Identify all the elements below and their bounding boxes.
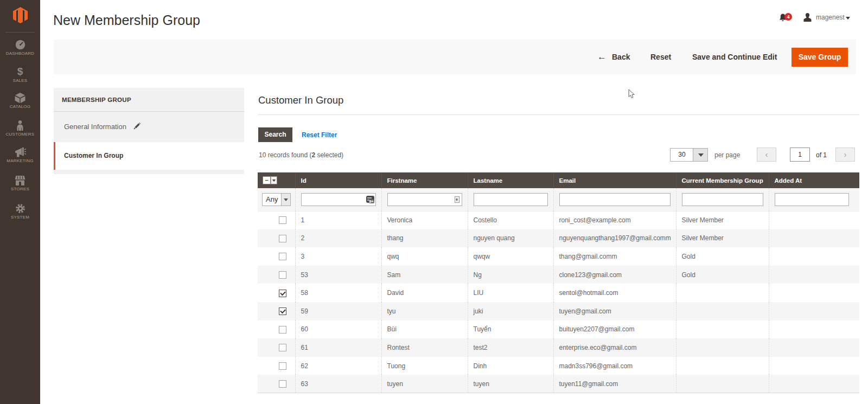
svg-text:$: $ [17, 66, 23, 77]
